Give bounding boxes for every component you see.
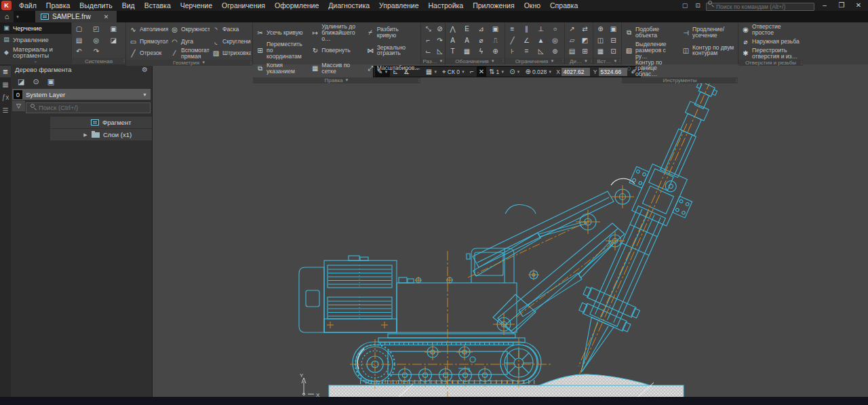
dimension-leader-icon[interactable]: ↷ xyxy=(435,35,445,46)
extend-trim-button[interactable]: ⊣Продление/ усечение xyxy=(681,24,736,41)
menu-item[interactable]: Выделить xyxy=(75,0,117,11)
chevron-down-icon[interactable]: ▼ xyxy=(461,70,465,74)
new-document-icon[interactable]: ▢ xyxy=(74,24,84,35)
rounding-mode-button[interactable]: ✕ xyxy=(477,66,486,77)
dimension-angle-icon[interactable]: ◺ xyxy=(435,46,445,57)
midpoint-icon[interactable]: ⊦ xyxy=(507,46,517,57)
fix-point-icon[interactable]: ○ xyxy=(550,24,560,35)
autoline-button[interactable]: ∿Автолиния xyxy=(128,24,168,36)
menu-item[interactable]: Оформление xyxy=(270,0,323,11)
check-doc-icon[interactable]: ⊞ xyxy=(580,46,590,57)
menu-item[interactable]: Диагностика xyxy=(323,0,374,11)
dimension-datum-icon[interactable]: ⌙ xyxy=(423,46,433,57)
layers-view-icon[interactable]: ◪ xyxy=(18,77,24,86)
restore-button[interactable]: ❐ xyxy=(835,0,848,11)
coincide-icon[interactable]: ≡ xyxy=(507,24,517,35)
measure-curve-icon[interactable]: ⇄ xyxy=(580,24,590,35)
document-tab[interactable]: SAMPLE.frw ✕ xyxy=(35,11,117,22)
command-search-input[interactable] xyxy=(706,3,814,11)
ribbon-collapse-icon[interactable]: ⌄ xyxy=(0,59,71,64)
chevron-down-icon[interactable]: ▼ xyxy=(491,59,495,63)
contour-by-boundary-button[interactable]: ◌Контур по границе облас… xyxy=(624,60,679,77)
expand-arrow-icon[interactable]: ▶ xyxy=(83,132,88,138)
tree-search-input[interactable] xyxy=(26,102,151,113)
chevron-down-icon[interactable]: ▼ xyxy=(548,70,552,74)
group-options-icon[interactable]: ⁞ xyxy=(591,58,592,63)
split-curve-button[interactable]: ⌿Разбить кривую xyxy=(366,24,419,41)
coordinate-system-button[interactable]: ⌖СК 0▼ xyxy=(440,66,467,77)
zoom-value-button[interactable]: ⊕0.028▼ xyxy=(524,66,555,77)
chevron-down-icon[interactable]: ▼ xyxy=(345,78,349,82)
preview-icon[interactable]: ▣ xyxy=(47,77,54,86)
rectangle-button[interactable]: ▭Прямоугольник xyxy=(128,36,168,48)
corner-mode-button[interactable]: ⌐ xyxy=(468,66,476,77)
group-options-icon[interactable]: ⁞ xyxy=(736,78,737,83)
layers-node[interactable]: ▶Слои (x1) xyxy=(50,129,152,140)
copy-by-point-button[interactable]: ⧉Копия указанием xyxy=(255,60,309,77)
hole-mark-icon[interactable]: ⌀ xyxy=(476,35,486,46)
segment-button[interactable]: ╱Отрезок xyxy=(128,47,168,60)
hatch-button[interactable]: ▨Штриховка xyxy=(211,47,251,60)
group-options-icon[interactable]: ⁞ xyxy=(250,60,252,65)
angle-constraint-icon[interactable]: ∠ xyxy=(521,35,532,46)
edge-mark-icon[interactable]: Е xyxy=(462,24,472,35)
external-thread-button[interactable]: ⌀Наружная резьба xyxy=(741,36,802,48)
move-by-coordinates-button[interactable]: ⊞Переместить по координатам xyxy=(255,41,309,59)
menu-item[interactable]: Вставка xyxy=(140,0,176,11)
menu-item[interactable]: Файл xyxy=(14,0,41,11)
menu-item[interactable]: Приложения xyxy=(468,0,519,11)
roughness-icon[interactable]: ⋀ xyxy=(448,24,458,35)
menu-item[interactable]: Управление xyxy=(374,0,423,11)
zoom-tool-button[interactable]: ⊙▼ xyxy=(507,66,522,77)
menu-item[interactable]: Справка xyxy=(545,0,583,11)
dimension-auto-icon[interactable]: ⤡ xyxy=(423,24,433,35)
simple-hole-button[interactable]: ◉Отверстие простое xyxy=(741,24,802,36)
gear-icon[interactable]: ⚙ xyxy=(142,66,148,73)
tangent-icon[interactable]: ◺ xyxy=(536,46,546,57)
triangle-icon[interactable]: ▲ xyxy=(536,35,546,46)
parameters-panel-icon[interactable]: ▦ xyxy=(0,79,11,90)
filter-icon[interactable]: ▽ xyxy=(12,100,25,111)
chevron-down-icon[interactable]: ▼ xyxy=(433,70,437,74)
insert-fragment-icon[interactable]: ⊕ xyxy=(595,24,606,35)
print-icon[interactable]: ▤ xyxy=(74,35,84,46)
insert-table-icon[interactable]: ▦ xyxy=(595,46,606,57)
dimension-diameter-icon[interactable]: ⊘ xyxy=(435,24,445,35)
menu-item[interactable]: Черчение xyxy=(176,0,217,11)
home-button[interactable]: ⌂ xyxy=(0,11,14,22)
symmetric-icon[interactable]: ⊚ xyxy=(550,46,560,57)
save-icon[interactable]: ▣ xyxy=(108,24,119,35)
ribbon-tab-1[interactable]: ▣Черчение xyxy=(0,22,71,34)
ribbon-tab-3[interactable]: ◆Материалы и сортаменты xyxy=(0,45,71,59)
screen-capture-icon[interactable]: ⊡ xyxy=(693,2,703,9)
group-options-icon[interactable]: ⁞ xyxy=(801,60,802,65)
equal-icon[interactable]: = xyxy=(521,46,532,57)
chevron-down-icon[interactable]: ▼ xyxy=(201,60,205,64)
tab-close-icon[interactable]: ✕ xyxy=(104,14,109,20)
chamfer-button[interactable]: ◝Фаска xyxy=(211,24,251,36)
menu-item[interactable]: Окно xyxy=(519,0,545,11)
grid-array-button[interactable]: ▦Массив по сетке xyxy=(310,60,363,77)
rebuild-holes-button[interactable]: ✱Перестроить отверстия и из… xyxy=(741,47,802,60)
lightning-icon[interactable]: ϟ xyxy=(476,46,486,57)
menu-item[interactable]: Правка xyxy=(41,0,75,11)
info-object-icon[interactable]: ◩ xyxy=(580,35,590,46)
save-as-icon[interactable]: ◪ xyxy=(108,35,119,46)
app-logo-icon[interactable]: K xyxy=(1,1,12,10)
group-options-icon[interactable]: ⁞ xyxy=(562,58,564,63)
measure-length-icon[interactable]: ↗ xyxy=(567,24,577,35)
group-options-icon[interactable]: ⁞ xyxy=(123,58,125,63)
insert-image-icon[interactable]: ▣ xyxy=(608,24,618,35)
insert-view-icon[interactable]: ◫ xyxy=(595,35,606,46)
parallel-icon[interactable]: ∥ xyxy=(521,24,532,35)
chevron-down-icon[interactable]: ▼ xyxy=(500,70,505,74)
select-dimensions-button[interactable]: ▧Выделение размеров с ру… xyxy=(624,41,679,59)
chevron-down-icon[interactable]: ▼ xyxy=(517,70,521,74)
group-options-icon[interactable]: ⁞ xyxy=(443,58,444,63)
drawing-canvas[interactable]: ✎▼⊾∡⌒▦▼⌖СК 0▼⌐✕⇅1▼⊙▼⊕0.028▼X4027.62Y5324… xyxy=(153,64,868,397)
scale-button[interactable]: ⤢Масштабиров… xyxy=(366,60,419,77)
layout-window-icon[interactable]: ▢ xyxy=(680,2,690,9)
datum-icon[interactable]: ⊿ xyxy=(476,24,486,35)
menu-item[interactable]: Ограничения xyxy=(217,0,270,11)
auxiliary-line-button[interactable]: ⁄Вспомогатель… прямая xyxy=(170,47,210,60)
